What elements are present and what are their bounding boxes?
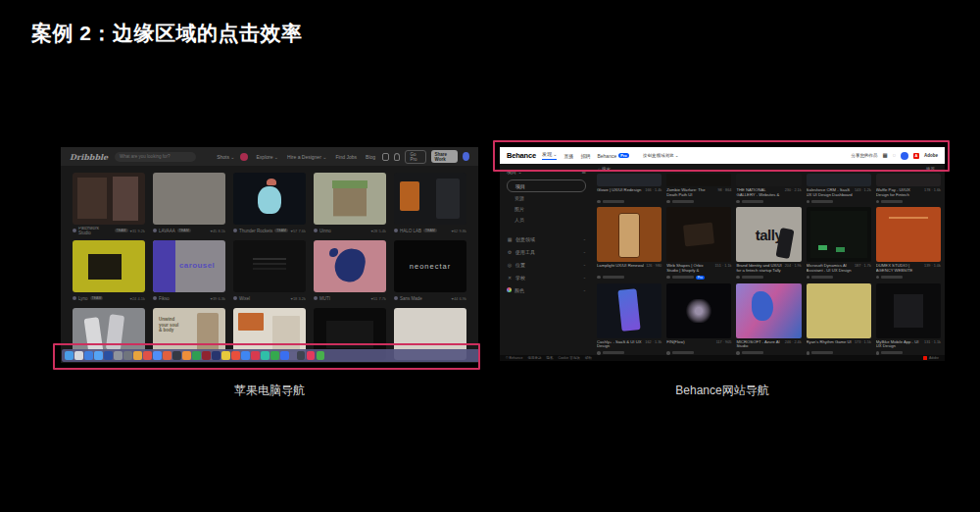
author-avatar[interactable] (736, 351, 740, 355)
project-card[interactable]: Microsoft Dynamics AI Assistant - UI UX … (807, 207, 871, 280)
author-avatar[interactable] (597, 276, 601, 280)
project-thumbnail[interactable] (876, 283, 941, 338)
chat-icon[interactable] (382, 153, 389, 161)
project-card[interactable]: Waffle Pay - UI/UX Design for Fintech Mo… (876, 174, 941, 203)
project-title[interactable]: Zombie Warfare: The Death Path UI (666, 188, 715, 198)
author-avatar[interactable] (394, 229, 398, 232)
shot-thumbnail[interactable] (314, 173, 386, 225)
project-card[interactable]: Web Shapes | Orbix Studio | Shopify & Fr… (666, 207, 731, 280)
shot-card[interactable]: Thunder RocketsTEAM♥57 7.6k (233, 173, 306, 234)
shot-card[interactable]: Wixel♥18 3.2k (233, 240, 306, 302)
author-avatar[interactable] (736, 276, 740, 280)
project-card[interactable]: DUMEX STUDIO | AGENCY WEBSITE139 · 1.0k (876, 207, 941, 280)
project-title[interactable]: Cashly+ - SaaS & UI UX Design (597, 340, 643, 350)
author-name[interactable]: Thunder Rockets (239, 229, 272, 233)
shot-card[interactable]: carouselFikso♥39 6.3k (153, 240, 225, 302)
project-title[interactable]: MICROSOFT - Azure AI Studio (736, 340, 782, 350)
project-title[interactable]: Microsoft Dynamics AI Assistant - UI UX … (807, 264, 853, 274)
sidebar-filter-使用工具[interactable]: ⚙使用工具⌄ (507, 245, 586, 258)
project-card[interactable]: tallyBrand Identity and UX/UI for a fint… (736, 207, 801, 280)
footer-link[interactable]: 帮助 (585, 356, 592, 360)
dribbble-logo[interactable]: Dribbble (70, 152, 108, 162)
shot-card[interactable]: LynoTEAM♥24 4.1k (73, 240, 145, 302)
author-avatar[interactable] (394, 296, 398, 300)
author-avatar[interactable] (807, 276, 810, 280)
project-thumbnail[interactable] (876, 174, 941, 186)
sidebar-tab-资源[interactable]: 资源 (507, 192, 586, 203)
project-thumbnail[interactable] (876, 207, 941, 262)
filter-dot-icon[interactable] (240, 153, 248, 161)
project-title[interactable]: Glowe | UX/UI Redesign (597, 188, 643, 198)
project-title[interactable]: Lamplight UX/UI Renewal (597, 264, 644, 274)
author-avatar[interactable] (597, 351, 601, 355)
author-avatar[interactable] (314, 296, 318, 300)
footer-link[interactable]: © Behance (506, 356, 522, 360)
author-avatar[interactable] (314, 229, 318, 232)
project-title[interactable]: DUMEX STUDIO | AGENCY WEBSITE (876, 264, 922, 274)
project-thumbnail[interactable] (736, 283, 801, 338)
project-title[interactable]: FIN(Flow) (666, 340, 713, 350)
shot-thumbnail[interactable]: neonectar (394, 240, 466, 292)
project-card[interactable]: MICROSOFT - Azure AI Studio246 · 2.4k (736, 283, 801, 355)
project-card[interactable]: Ryan's Rhythm Game UI173 · 1.5k (807, 283, 871, 355)
shot-card[interactable]: LAVAAATEAM♥45 8.1k (153, 173, 225, 234)
project-card[interactable]: Salesforce CRM - SaaS UX UI Design Dashb… (807, 174, 871, 203)
project-title[interactable]: Waffle Pay - UI/UX Design for Fintech Mo… (876, 188, 922, 198)
author-avatar[interactable] (736, 200, 740, 204)
author-avatar[interactable] (153, 296, 157, 300)
shot-card[interactable]: Uinno♥28 5.4k (314, 173, 386, 234)
nav-item-find-jobs[interactable]: Find Jobs (335, 154, 357, 160)
author-avatar[interactable] (233, 229, 237, 232)
shot-thumbnail[interactable] (314, 240, 386, 292)
shot-thumbnail[interactable] (153, 173, 225, 225)
shot-thumbnail[interactable] (73, 173, 145, 225)
shot-thumbnail[interactable] (73, 240, 145, 292)
project-card[interactable]: Cashly+ - SaaS & UI UX Design162 · 1.3k (597, 283, 662, 355)
author-avatar[interactable] (807, 351, 810, 355)
author-avatar[interactable] (233, 296, 237, 300)
project-title[interactable]: Salesforce CRM - SaaS UX UI Design Dashb… (807, 188, 853, 198)
shot-card[interactable]: MUTI♥51 7.7k (314, 240, 386, 302)
author-name[interactable]: Wixel (239, 296, 250, 301)
project-thumbnail[interactable]: tally (736, 207, 801, 262)
author-name[interactable]: Lyno (78, 296, 88, 301)
project-title[interactable]: Ryan's Rhythm Game UI (807, 340, 853, 350)
project-card[interactable]: Zombie Warfare: The Death Path UI98 · 86… (666, 174, 731, 203)
project-thumbnail[interactable] (666, 174, 731, 186)
author-avatar[interactable] (666, 276, 670, 280)
project-thumbnail[interactable] (807, 174, 871, 186)
project-thumbnail[interactable] (807, 283, 871, 338)
project-thumbnail[interactable] (597, 174, 662, 186)
shot-card[interactable]: neonectarSans Made♥44 6.9k (394, 240, 466, 302)
shot-thumbnail[interactable] (233, 240, 306, 292)
author-name[interactable]: Patchwork Studio (78, 227, 113, 234)
author-avatar[interactable] (666, 351, 670, 355)
sidebar-tab-人员[interactable]: 人员 (507, 214, 586, 225)
nav-item-shots[interactable]: Shots ⌄ (217, 154, 234, 160)
project-title[interactable]: MyBike Mobile App - UI UX Design (876, 340, 922, 350)
project-title[interactable]: Web Shapes | Orbix Studio | Shopify & Fr… (666, 264, 712, 274)
project-thumbnail[interactable] (666, 207, 731, 262)
project-card[interactable]: Glowe | UX/UI Redesign166 · 1.4k (597, 174, 662, 203)
author-avatar[interactable] (876, 276, 880, 280)
go-pro-button[interactable]: Go Pro (405, 150, 425, 164)
project-title[interactable]: THE NATIONAL GALLERY - Websites & Brand … (736, 188, 782, 198)
author-name[interactable]: Fikso (159, 296, 170, 301)
nav-item-hire-a-designer[interactable]: Hire a Designer ⌄ (287, 154, 326, 160)
shot-card[interactable]: HALO LABTEAM♥62 9.8k (394, 173, 466, 234)
author-name[interactable]: HALO LAB (400, 229, 421, 233)
sidebar-filter-位置[interactable]: ◎位置⌄ (507, 258, 586, 271)
author-avatar[interactable] (807, 200, 810, 204)
sidebar-filter-颜色[interactable]: 颜色⌄ (507, 283, 586, 296)
search-input[interactable]: What are you looking for? (115, 152, 196, 162)
project-card[interactable]: THE NATIONAL GALLERY - Websites & Brand … (736, 174, 801, 203)
author-avatar[interactable] (876, 351, 880, 355)
author-name[interactable]: Uinno (319, 229, 331, 233)
author-avatar[interactable] (153, 229, 157, 232)
avatar[interactable] (463, 152, 469, 161)
sidebar-tab-项目[interactable]: 项目 (507, 179, 586, 192)
shot-thumbnail[interactable]: carousel (153, 240, 225, 292)
project-thumbnail[interactable] (597, 207, 662, 262)
author-avatar[interactable] (73, 229, 76, 232)
sidebar-filter-创意领域[interactable]: ▦创意领域⌄ (507, 232, 586, 245)
